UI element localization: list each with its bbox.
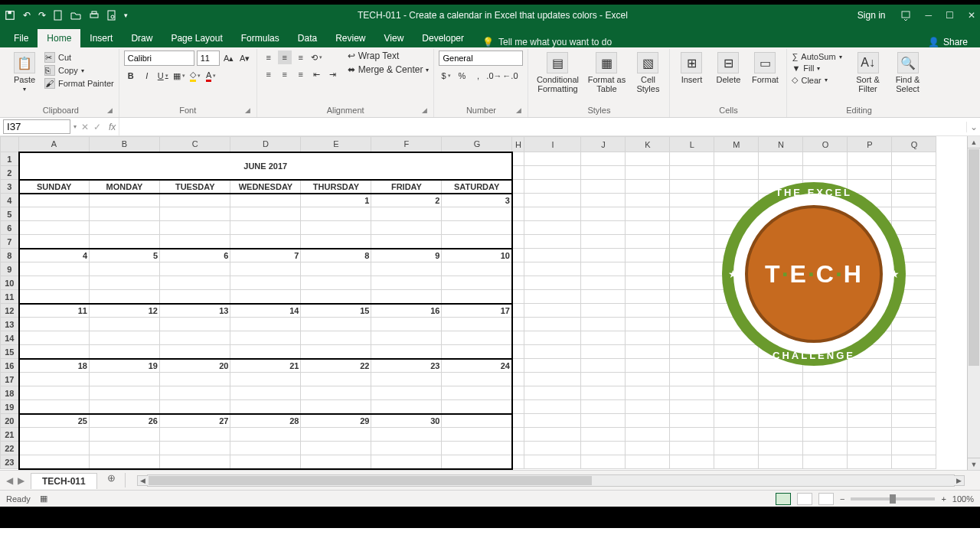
cell[interactable] [670, 373, 714, 386]
col-header[interactable]: I [524, 137, 581, 152]
vscroll-thumb[interactable] [969, 149, 979, 366]
cell[interactable] [626, 276, 670, 290]
date-cell[interactable]: 3 [442, 194, 512, 207]
cell[interactable] [759, 414, 803, 428]
cell[interactable] [626, 221, 670, 235]
legend-item[interactable]: Test [524, 235, 581, 249]
cell[interactable] [524, 290, 581, 304]
tab-view[interactable]: View [375, 29, 413, 47]
tab-developer[interactable]: Developer [413, 29, 473, 47]
align-center-icon[interactable]: ≡ [278, 67, 292, 81]
cell[interactable] [670, 345, 714, 359]
cell[interactable] [803, 455, 848, 469]
date-cell[interactable]: 10 [442, 249, 512, 262]
cell[interactable] [512, 414, 524, 428]
row-header[interactable]: 22 [1, 442, 19, 455]
new-icon[interactable] [54, 10, 63, 21]
legend-item[interactable]: Volunteer [524, 262, 581, 276]
date-cell[interactable]: 8 [301, 249, 371, 262]
event-cell[interactable]: Gym: 10 am [19, 428, 90, 442]
event-cell[interactable]: Gym: 7 pm [301, 331, 371, 345]
tab-file[interactable]: File [5, 29, 38, 47]
sort-filter-button[interactable]: A↓Sort & Filter [850, 51, 887, 93]
format-table-button[interactable]: ▦Format as Table [585, 51, 628, 93]
date-cell[interactable]: 24 [442, 359, 512, 373]
clear-button[interactable]: ◇Clear▾ [792, 75, 841, 85]
event-cell[interactable]: Class: Economics [160, 318, 230, 331]
cell[interactable] [626, 455, 670, 469]
cell[interactable] [524, 180, 581, 194]
date-cell[interactable]: 22 [301, 359, 371, 373]
cell[interactable] [892, 373, 936, 386]
row-header[interactable]: 8 [1, 249, 19, 262]
cell[interactable] [714, 442, 759, 455]
col-header[interactable]: L [670, 137, 714, 152]
col-header[interactable]: A [19, 137, 90, 152]
day-header[interactable]: FRIDAY [371, 180, 442, 194]
scroll-left-icon[interactable]: ◀ [137, 475, 148, 486]
row-header[interactable]: 5 [1, 207, 19, 221]
tab-insert[interactable]: Insert [80, 29, 122, 47]
cell[interactable] [714, 373, 759, 386]
dec-decimal-icon[interactable]: ←.0 [503, 69, 517, 83]
cell[interactable] [670, 290, 714, 304]
cell[interactable] [670, 331, 714, 345]
cell[interactable] [803, 386, 848, 400]
row-header[interactable]: 9 [1, 262, 19, 276]
indent-inc-icon[interactable]: ⇥ [326, 67, 340, 81]
date-cell[interactable] [19, 194, 90, 207]
formula-expand-icon[interactable]: ⌄ [966, 122, 980, 132]
col-header[interactable]: E [301, 137, 371, 152]
cell[interactable] [626, 290, 670, 304]
align-right-icon[interactable]: ≡ [294, 67, 308, 81]
cell[interactable] [524, 414, 581, 428]
cell[interactable] [759, 442, 803, 455]
cell[interactable] [670, 428, 714, 442]
cell[interactable] [90, 276, 160, 290]
delete-button[interactable]: ⊟Delete [711, 51, 745, 84]
cell[interactable] [581, 428, 626, 442]
event-cell[interactable]: Gym: 7 pm [160, 386, 230, 400]
row-header[interactable]: 23 [1, 455, 19, 469]
event-cell[interactable]: Gym: 10 am [442, 318, 512, 331]
pagelayout-view-icon[interactable] [797, 493, 812, 505]
row-header[interactable]: 4 [1, 194, 19, 207]
cell[interactable] [524, 400, 581, 414]
italic-button[interactable]: I [140, 69, 154, 83]
cell[interactable] [892, 428, 936, 442]
signin-link[interactable]: Sign in [858, 10, 886, 21]
col-header[interactable]: N [759, 137, 803, 152]
day-header[interactable]: SATURDAY [442, 180, 512, 194]
cell[interactable] [301, 290, 371, 304]
date-cell[interactable] [90, 194, 160, 207]
cell[interactable] [626, 400, 670, 414]
cell[interactable] [892, 400, 936, 414]
event-cell[interactable]: Game: 7 pm [371, 428, 442, 442]
align-middle-icon[interactable]: ≡ [278, 51, 292, 64]
event-cell[interactable]: Class: Economics [160, 262, 230, 276]
date-cell[interactable]: 25 [19, 414, 90, 428]
enter-icon[interactable]: ✓ [93, 122, 101, 132]
event-cell[interactable]: Practice: 5 pm [90, 318, 160, 331]
event-cell[interactable]: Class: Finance [301, 262, 371, 276]
share-button[interactable]: 👤Share [928, 37, 975, 47]
add-sheet-button[interactable]: ⊕ [103, 472, 120, 489]
wrap-text-button[interactable]: ↩Wrap Text [348, 51, 430, 61]
date-cell[interactable]: 16 [371, 304, 442, 318]
cell[interactable] [626, 414, 670, 428]
cell[interactable] [714, 414, 759, 428]
cell[interactable] [626, 194, 670, 207]
cell[interactable] [892, 386, 936, 400]
cell[interactable] [626, 331, 670, 345]
event-cell[interactable]: Practice: 5 pm [230, 373, 301, 386]
event-cell[interactable]: Volunteer: 2 pm [442, 276, 512, 290]
cell[interactable] [524, 386, 581, 400]
cell[interactable] [90, 290, 160, 304]
cell[interactable] [442, 331, 512, 345]
zoom-level[interactable]: 100% [952, 494, 974, 504]
event-cell[interactable]: Gym: 7 pm [301, 276, 371, 290]
date-cell[interactable]: 27 [160, 414, 230, 428]
cell[interactable] [626, 442, 670, 455]
name-box[interactable] [3, 119, 70, 134]
date-cell[interactable]: 14 [230, 304, 301, 318]
